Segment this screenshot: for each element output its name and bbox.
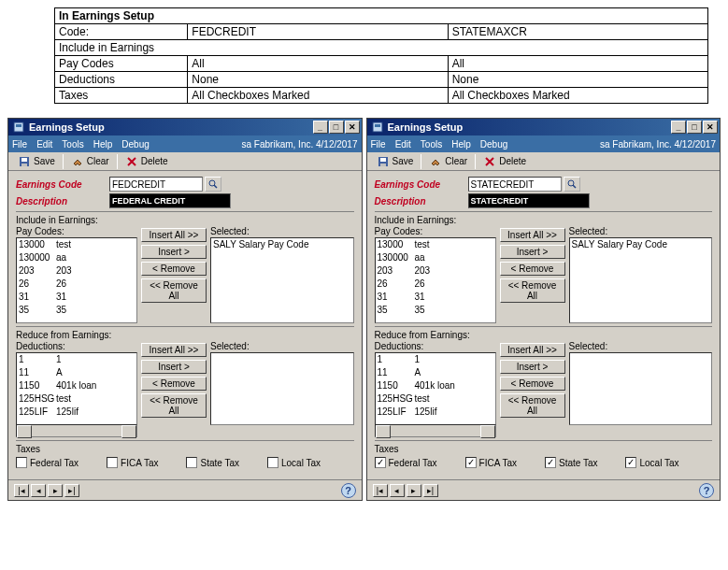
nav-first[interactable]: |◂ bbox=[373, 484, 388, 497]
titlebar[interactable]: Earnings Setup _ □ ✕ bbox=[367, 119, 721, 135]
menu-tools[interactable]: Tools bbox=[62, 139, 83, 150]
list-item[interactable]: 2626 bbox=[376, 278, 495, 291]
remove-all-button-2[interactable]: << Remove All bbox=[500, 393, 565, 418]
nav-prev[interactable]: ◂ bbox=[390, 484, 405, 497]
selected-paycodes-listbox[interactable]: SALY Salary Pay Code bbox=[210, 237, 354, 323]
minimize-button[interactable]: _ bbox=[313, 121, 328, 134]
federal-tax-checkbox[interactable]: Federal Tax bbox=[16, 457, 79, 468]
remove-button[interactable]: < Remove bbox=[141, 262, 207, 276]
list-item[interactable]: 11A bbox=[376, 366, 495, 379]
insert-all-button[interactable]: Insert All >> bbox=[500, 228, 565, 242]
nav-next[interactable]: ▸ bbox=[407, 484, 421, 497]
list-item[interactable]: 125HSGtest bbox=[17, 392, 136, 406]
nav-prev[interactable]: ◂ bbox=[31, 484, 46, 497]
hscroll[interactable] bbox=[375, 424, 496, 437]
list-item[interactable]: 3535 bbox=[17, 304, 136, 317]
statusbar: |◂ ◂ ▸ ▸| ? bbox=[8, 479, 362, 500]
selected-deductions-listbox[interactable] bbox=[569, 352, 713, 425]
earnings-code-input[interactable] bbox=[468, 177, 562, 192]
list-item[interactable]: 3131 bbox=[376, 291, 495, 304]
list-item[interactable]: 1150401k loan bbox=[17, 379, 136, 392]
state-tax-checkbox[interactable]: ✓State Tax bbox=[545, 457, 598, 468]
maximize-button[interactable]: □ bbox=[329, 121, 344, 134]
menu-help[interactable]: Help bbox=[93, 139, 113, 150]
hscroll[interactable] bbox=[16, 424, 137, 437]
close-button[interactable]: ✕ bbox=[345, 121, 360, 134]
help-icon[interactable]: ? bbox=[699, 483, 714, 498]
list-item[interactable]: 203203 bbox=[17, 264, 136, 278]
nav-last[interactable]: ▸| bbox=[64, 484, 79, 497]
list-item[interactable]: 125HSGtest bbox=[376, 392, 495, 406]
lookup-button[interactable] bbox=[205, 177, 221, 192]
list-item[interactable]: 130000aa bbox=[376, 251, 495, 264]
fica-tax-checkbox[interactable]: FICA Tax bbox=[107, 457, 158, 468]
nav-first[interactable]: |◂ bbox=[14, 484, 29, 497]
help-icon[interactable]: ? bbox=[341, 483, 356, 498]
local-tax-checkbox[interactable]: ✓Local Tax bbox=[625, 457, 678, 468]
menu-file[interactable]: File bbox=[12, 139, 27, 150]
paycodes-label: Pay Codes: bbox=[375, 226, 496, 236]
delete-button[interactable]: Delete bbox=[478, 154, 532, 169]
nav-last[interactable]: ▸| bbox=[423, 484, 438, 497]
clear-button[interactable]: Clear bbox=[65, 154, 115, 169]
paycodes-listbox[interactable]: 13000test130000aa203203262631313535 bbox=[16, 237, 137, 323]
menu-debug[interactable]: Debug bbox=[480, 139, 507, 150]
list-item[interactable]: 13000test bbox=[17, 238, 136, 251]
minimize-button[interactable]: _ bbox=[671, 121, 686, 134]
fica-tax-checkbox[interactable]: ✓FICA Tax bbox=[465, 457, 517, 468]
menu-debug[interactable]: Debug bbox=[121, 139, 149, 150]
nav-next[interactable]: ▸ bbox=[48, 484, 63, 497]
titlebar[interactable]: Earnings Setup _ □ ✕ bbox=[8, 119, 362, 135]
list-item[interactable]: 11A bbox=[17, 366, 136, 379]
insert-button-2[interactable]: Insert > bbox=[500, 360, 565, 374]
list-item[interactable]: 203203 bbox=[376, 264, 495, 278]
remove-all-button[interactable]: << Remove All bbox=[141, 278, 207, 303]
description-input[interactable] bbox=[468, 193, 590, 208]
selected-paycodes-listbox[interactable]: SALY Salary Pay Code bbox=[569, 237, 713, 323]
federal-tax-checkbox[interactable]: ✓Federal Tax bbox=[375, 457, 437, 468]
menu-tools[interactable]: Tools bbox=[421, 139, 442, 150]
list-item[interactable]: 11 bbox=[17, 353, 136, 366]
insert-all-button-2[interactable]: Insert All >> bbox=[500, 343, 565, 357]
deductions-listbox[interactable]: 1111A1150401k loan125HSGtest125LIF125lif bbox=[16, 352, 137, 425]
list-item[interactable]: 3131 bbox=[17, 291, 136, 304]
list-item[interactable]: 3535 bbox=[376, 304, 495, 317]
lookup-button[interactable] bbox=[564, 177, 580, 192]
remove-button-2[interactable]: < Remove bbox=[500, 377, 565, 391]
insert-button[interactable]: Insert > bbox=[141, 245, 207, 259]
list-item[interactable]: 125LIF125lif bbox=[17, 406, 136, 419]
deductions-listbox[interactable]: 1111A1150401k loan125HSGtest125LIF125lif bbox=[375, 352, 496, 425]
remove-all-button-2[interactable]: << Remove All bbox=[141, 393, 207, 418]
earnings-setup-window-2: Earnings Setup _ □ ✕ File Edit Tools Hel… bbox=[366, 118, 721, 501]
remove-all-button[interactable]: << Remove All bbox=[500, 278, 565, 303]
clear-button[interactable]: Clear bbox=[423, 154, 473, 169]
menu-help[interactable]: Help bbox=[451, 139, 471, 150]
maximize-button[interactable]: □ bbox=[687, 121, 702, 134]
list-item[interactable]: 2626 bbox=[17, 278, 136, 291]
selected-deductions-listbox[interactable] bbox=[210, 352, 354, 425]
remove-button-2[interactable]: < Remove bbox=[141, 377, 207, 391]
list-item[interactable]: 1150401k loan bbox=[376, 379, 495, 392]
insert-button-2[interactable]: Insert > bbox=[141, 360, 207, 374]
delete-button[interactable]: Delete bbox=[120, 154, 174, 169]
menu-edit[interactable]: Edit bbox=[395, 139, 411, 150]
local-tax-checkbox[interactable]: Local Tax bbox=[267, 457, 321, 468]
close-button[interactable]: ✕ bbox=[703, 121, 718, 134]
state-tax-checkbox[interactable]: State Tax bbox=[186, 457, 239, 468]
menu-file[interactable]: File bbox=[371, 139, 386, 150]
list-item[interactable]: 125LIF125lif bbox=[376, 406, 495, 419]
remove-button[interactable]: < Remove bbox=[500, 262, 565, 276]
insert-all-button-2[interactable]: Insert All >> bbox=[141, 343, 207, 357]
insert-all-button[interactable]: Insert All >> bbox=[141, 228, 207, 242]
description-input[interactable] bbox=[109, 193, 231, 208]
earnings-code-input[interactable] bbox=[109, 177, 203, 192]
list-item[interactable]: 13000test bbox=[376, 238, 495, 251]
earnings-setup-window-1: Earnings Setup _ □ ✕ File Edit Tools Hel… bbox=[7, 118, 363, 501]
list-item[interactable]: 130000aa bbox=[17, 251, 136, 264]
save-button[interactable]: Save bbox=[371, 154, 420, 169]
paycodes-listbox[interactable]: 13000test130000aa203203262631313535 bbox=[375, 237, 496, 323]
menu-edit[interactable]: Edit bbox=[36, 139, 52, 150]
save-button[interactable]: Save bbox=[12, 154, 61, 169]
list-item[interactable]: 11 bbox=[376, 353, 495, 366]
insert-button[interactable]: Insert > bbox=[500, 245, 565, 259]
